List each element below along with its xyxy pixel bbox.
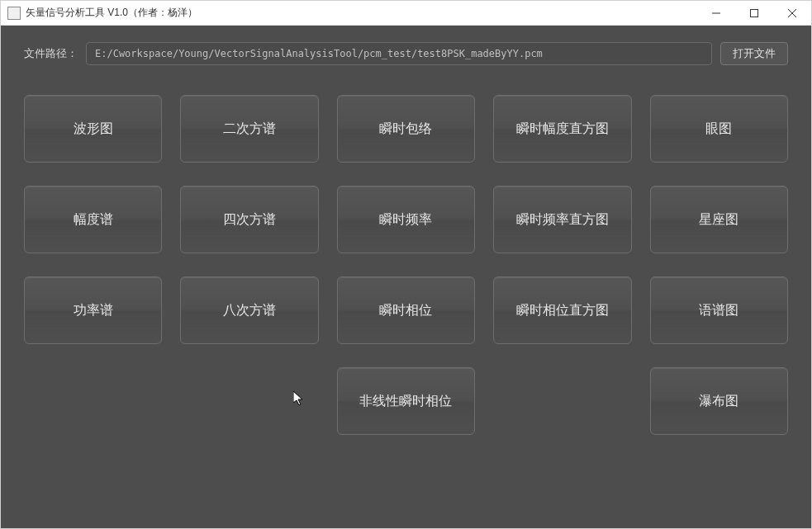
file-path-input[interactable] xyxy=(86,42,712,65)
maximize-button[interactable] xyxy=(735,1,773,25)
eye-diagram-button[interactable]: 眼图 xyxy=(650,95,788,163)
app-icon xyxy=(7,7,21,20)
minimize-button[interactable] xyxy=(697,1,735,25)
file-path-row: 文件路径： 打开文件 xyxy=(24,42,788,65)
eighth-power-spectrum-button[interactable]: 八次方谱 xyxy=(180,276,318,344)
waterfall-button[interactable]: 瀑布图 xyxy=(650,367,788,435)
titlebar: 矢量信号分析工具 V1.0（作者：杨洋） xyxy=(1,1,811,26)
instant-frequency-histogram-button[interactable]: 瞬时频率直方图 xyxy=(493,186,631,253)
fourth-power-spectrum-button[interactable]: 四次方谱 xyxy=(180,186,318,253)
nonlinear-instant-phase-button[interactable]: 非线性瞬时相位 xyxy=(337,367,475,435)
app-window: 矢量信号分析工具 V1.0（作者：杨洋） 文件路径： 打开文件 波形图 二次方谱… xyxy=(0,0,812,529)
instant-amplitude-histogram-button[interactable]: 瞬时幅度直方图 xyxy=(493,95,631,163)
spectrogram-button[interactable]: 语谱图 xyxy=(650,276,788,344)
amplitude-spectrum-button[interactable]: 幅度谱 xyxy=(24,186,162,253)
power-spectrum-button[interactable]: 功率谱 xyxy=(24,276,162,344)
instant-envelope-button[interactable]: 瞬时包络 xyxy=(337,95,475,163)
svg-rect-1 xyxy=(751,9,758,17)
file-path-label: 文件路径： xyxy=(24,46,78,61)
instant-frequency-button[interactable]: 瞬时频率 xyxy=(337,186,475,253)
constellation-button[interactable]: 星座图 xyxy=(650,186,788,253)
second-power-spectrum-button[interactable]: 二次方谱 xyxy=(180,95,318,163)
close-button[interactable] xyxy=(773,1,811,25)
instant-phase-button[interactable]: 瞬时相位 xyxy=(337,276,475,344)
window-title: 矢量信号分析工具 V1.0（作者：杨洋） xyxy=(26,6,697,20)
instant-phase-histogram-button[interactable]: 瞬时相位直方图 xyxy=(493,276,631,344)
analysis-button-grid: 波形图 二次方谱 瞬时包络 瞬时幅度直方图 眼图 幅度谱 四次方谱 瞬时频率 瞬… xyxy=(24,95,788,435)
waveform-button[interactable]: 波形图 xyxy=(24,95,162,163)
content-area: 文件路径： 打开文件 波形图 二次方谱 瞬时包络 瞬时幅度直方图 眼图 幅度谱 … xyxy=(1,26,811,528)
open-file-button[interactable]: 打开文件 xyxy=(720,42,788,65)
window-controls xyxy=(697,1,811,25)
